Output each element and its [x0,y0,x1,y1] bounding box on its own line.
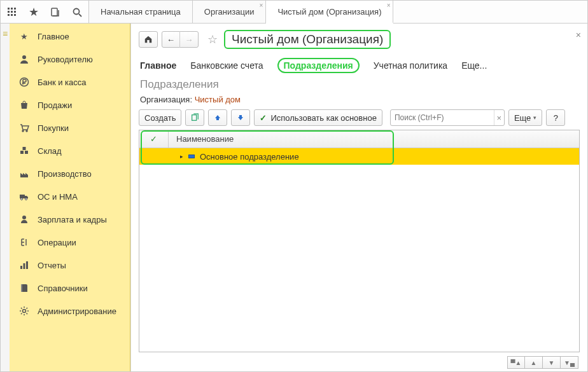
sidebar-item-label: Банк и касса [38,78,87,87]
organization-line: Организация: Чистый дом [140,95,580,104]
sidebar-item-label: Покупки [38,123,69,133]
close-icon[interactable]: × [260,2,263,9]
sidebar-item-catalogs[interactable]: Справочники [10,277,130,300]
svg-rect-0 [8,8,10,10]
star-icon: ★ [18,31,30,42]
sidebar-item-admin[interactable]: Администрирование [10,300,130,322]
grid: ✓ Наименование ▸ Основное подразделение [139,130,580,352]
sidebar-item-reports[interactable]: Отчеты [10,254,130,277]
sidebar-item-assets[interactable]: ОС и НМА [10,185,130,208]
subtab-accounting-policy[interactable]: Учетная политика [374,60,447,71]
svg-point-14 [22,130,24,132]
back-button[interactable]: ← [162,31,180,48]
name-column-header[interactable]: Наименование [169,134,579,144]
home-button[interactable] [139,31,158,48]
sidebar-item-bank[interactable]: Банк и касса [10,71,130,93]
tab-organization-form[interactable]: Чистый дом (Организация) × [266,1,393,24]
use-as-main-button[interactable]: ✓ Использовать как основное [254,109,382,126]
sidebar-item-production[interactable]: Производство [10,162,130,185]
search-input[interactable] [391,113,494,122]
subtab-main[interactable]: Главное [140,60,176,71]
subtab-departments[interactable]: Подразделения [277,58,360,73]
tab-label: Организации [204,7,255,17]
svg-point-15 [26,130,27,132]
svg-rect-25 [26,261,28,269]
scroll-top-button[interactable]: ▀▲ [507,356,525,369]
table-row[interactable]: ▸ Основное подразделение [139,148,579,165]
svg-rect-23 [20,266,22,269]
section-title: Подразделения [140,78,580,91]
expand-icon[interactable]: ▸ [180,153,183,160]
svg-rect-1 [11,8,13,10]
svg-rect-8 [14,14,16,16]
title-row: ← → ☆ Чистый дом (Организация) [139,30,580,49]
svg-point-27 [23,310,26,313]
sidebar-item-label: Склад [38,146,62,156]
copy-button[interactable] [185,109,204,126]
sidebar-item-manager[interactable]: Руководителю [10,48,130,71]
row-body: ▸ Основное подразделение [169,152,579,162]
person-icon [18,214,30,225]
footer-nav: ▀▲ ▲ ▼ ▼▄ [139,356,580,371]
close-icon[interactable]: × [387,2,391,9]
sidebar-item-sales[interactable]: Продажи [10,93,130,116]
close-icon[interactable]: × [576,30,581,40]
cart-icon [18,122,30,134]
bag-icon [18,99,30,111]
move-up-button[interactable] [208,109,227,126]
svg-rect-16 [20,151,24,154]
favorite-star-icon[interactable]: ☆ [207,32,218,46]
svg-point-22 [22,216,26,219]
scroll-down-button[interactable]: ▼ [543,356,561,369]
org-link[interactable]: Чистый дом [195,95,241,104]
sidebar-item-hr[interactable]: Зарплата и кадры [10,208,130,231]
sidebar-item-main[interactable]: ★ Главное [10,25,130,48]
svg-rect-6 [8,14,10,16]
sidebar-item-label: Зарплата и кадры [38,215,107,224]
ruble-icon [18,76,30,88]
svg-rect-17 [25,151,28,154]
search-field[interactable]: × [390,109,505,126]
svg-rect-3 [8,11,10,13]
sidebar-item-label: Операции [38,238,76,247]
operations-icon [18,237,30,248]
help-button[interactable]: ? [546,109,565,126]
apps-icon[interactable] [6,6,18,18]
sidebar-item-label: Справочники [38,284,88,293]
forward-button[interactable]: → [180,31,198,48]
page-title: Чистый дом (Организация) [224,30,391,49]
main-panel: × ← → ☆ Чистый дом (Организация) Главное… [130,24,587,371]
svg-rect-18 [23,147,26,150]
folder-icon [188,155,195,158]
svg-rect-28 [192,115,197,121]
tab-label: Чистый дом (Организация) [277,7,381,17]
move-down-button[interactable] [231,109,250,126]
subtab-more[interactable]: Еще... [461,60,487,71]
chart-icon [18,259,30,271]
org-label: Организация: [140,95,192,104]
sidebar: ★ Главное Руководителю Банк и касса Прод… [10,24,130,371]
action-row: Создать ✓ Использовать как основное × [139,109,580,126]
tab-organizations[interactable]: Организации × [193,1,267,23]
sidebar-collapse-icon[interactable]: ≡ [1,24,10,371]
history-icon[interactable] [49,6,62,18]
sidebar-item-purchases[interactable]: Покупки [10,116,130,139]
star-icon[interactable]: ★ [27,6,40,18]
search-clear-icon[interactable]: × [494,110,504,125]
scroll-bottom-button[interactable]: ▼▄ [561,356,578,369]
subtab-bank-accounts[interactable]: Банковские счета [190,60,263,71]
truck-icon [18,191,30,202]
check-column-header[interactable]: ✓ [139,130,169,148]
sub-tabs: Главное Банковские счета Подразделения У… [140,58,580,73]
sidebar-item-warehouse[interactable]: Склад [10,139,130,162]
chevron-down-icon: ▾ [533,114,536,121]
more-button[interactable]: Еще ▾ [508,109,542,126]
create-button[interactable]: Создать [139,109,181,126]
sidebar-item-label: ОС и НМА [38,192,78,202]
sidebar-item-operations[interactable]: Операции [10,231,130,254]
layout: ≡ ★ Главное Руководителю Банк и касса Пр… [1,24,587,371]
tab-label: Начальная страница [101,7,181,17]
scroll-up-button[interactable]: ▲ [525,356,543,369]
tab-home[interactable]: Начальная страница [89,1,193,23]
search-icon[interactable] [71,6,83,18]
